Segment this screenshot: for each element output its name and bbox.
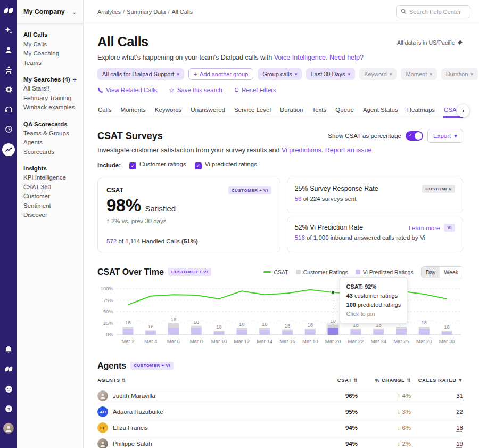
sidebar-item-winback-examples[interactable]: Winback examples <box>23 103 77 112</box>
csat-value-suffix: Satisfied <box>145 204 176 213</box>
sidebar-item-my-calls[interactable]: My Calls <box>23 40 77 50</box>
tab-duration[interactable]: Duration <box>279 103 303 118</box>
dialpad-logo-icon[interactable] <box>3 5 14 16</box>
surveys-link[interactable]: 56 <box>295 196 302 202</box>
keyword-filter[interactable]: Keyword▾ <box>359 68 397 80</box>
chart-title: CSAT Over Time <box>97 267 164 277</box>
breadcrumb-summary-data[interactable]: Summary Data <box>127 9 166 15</box>
help-search-input[interactable]: Search Help Center <box>396 5 470 18</box>
up-arrow-icon: ↑ <box>397 393 400 399</box>
breadcrumb-analytics[interactable]: Analytics <box>97 9 121 15</box>
sidebar-item-scorecards[interactable]: Scorecards <box>23 148 77 157</box>
table-row[interactable]: Judith Maravilla 96% ↑ 4% 31 <box>97 388 463 404</box>
ai-sparkles-icon[interactable] <box>3 25 14 36</box>
tab-texts[interactable]: Texts <box>311 103 327 118</box>
report-issue-link[interactable]: Report an issue <box>325 146 372 154</box>
sidebar-item-my-coaching-teams[interactable]: My Coaching Teams <box>23 49 77 68</box>
vi-predicted-ratings-checkbox[interactable]: ✓ <box>195 162 202 169</box>
date-range-filter[interactable]: Last 30 Days▾ <box>306 68 355 80</box>
chart-tooltip: CSAT: 92% 43 customer ratings 100 predic… <box>340 277 408 324</box>
vi-predicted-ratings-checkbox-label[interactable]: Vi predicted ratings <box>205 161 257 167</box>
add-group-button[interactable]: +Add another group <box>188 68 254 80</box>
col-change[interactable]: % CHANGE⇅ <box>358 377 411 383</box>
search-icon <box>401 9 407 14</box>
timezone-note: All data is in US/Pacific <box>397 39 463 46</box>
rated-calls-link[interactable]: 516 <box>295 234 305 241</box>
sidebar-item-all-calls[interactable]: All Calls <box>23 30 77 40</box>
tab-calls[interactable]: Calls <box>97 103 112 118</box>
export-button[interactable]: Export▾ <box>427 129 463 143</box>
agents-title: Agents <box>97 361 126 371</box>
csat-card-label: CSAT <box>106 186 123 194</box>
sidebar-item-all-stars[interactable]: All Stars!! <box>23 84 77 94</box>
table-row[interactable]: EFEliza Francis 94% ↓ 6% 18 <box>97 420 463 436</box>
notifications-bell-icon[interactable] <box>3 344 14 355</box>
tab-moments[interactable]: Moments <box>120 103 146 118</box>
chart-canvas[interactable]: 0%25%50%75%100%18Mar 218Mar 418Mar 618Ma… <box>97 283 463 347</box>
svg-text:Mar 24: Mar 24 <box>370 338 386 344</box>
duration-filter[interactable]: Duration▾ <box>441 68 478 80</box>
need-help-link[interactable]: Need help? <box>329 54 364 61</box>
tabs-scroll-right-button[interactable]: › <box>457 104 469 117</box>
learn-more-link[interactable]: Learn more <box>409 225 440 231</box>
feedback-smiley-icon[interactable] <box>3 384 14 394</box>
sidebar-item-discover[interactable]: Discover <box>23 210 77 220</box>
moment-filter[interactable]: Moment▾ <box>401 68 436 80</box>
user-avatar[interactable] <box>3 423 14 434</box>
customer-ratings-checkbox[interactable]: ✓ <box>129 162 136 169</box>
breadcrumb: Analytics/Summary Data/All Calls <box>97 9 193 15</box>
filter-group-chip[interactable]: All calls for Dialpad Support▾ <box>97 68 184 80</box>
pin-icon[interactable] <box>457 40 463 46</box>
tab-agent-status[interactable]: Agent Status <box>362 103 399 118</box>
day-button[interactable]: Day <box>422 267 440 278</box>
svg-text:Mar 12: Mar 12 <box>234 338 250 344</box>
csat-percentage-toggle[interactable]: ✓ <box>406 131 423 141</box>
page-title: All Calls <box>97 34 148 50</box>
tab-heatmaps[interactable]: Heatmaps <box>407 103 435 118</box>
include-label: Include: <box>97 162 121 168</box>
svg-text:Mar 6: Mar 6 <box>167 338 180 344</box>
customer-ratings-swatch <box>296 270 301 274</box>
history-icon[interactable] <box>3 124 14 134</box>
support-headset-icon[interactable] <box>3 104 14 115</box>
survey-response-rate-card: 25% Survey Response Rate CUSTOMER 56 of … <box>287 178 463 214</box>
voice-intelligence-link[interactable]: Voice Intelligence. <box>274 54 328 61</box>
group-calls-filter[interactable]: Group calls▾ <box>258 68 302 80</box>
csat-delta: ↑ 2% vs. prev 30 days <box>106 218 271 224</box>
filter-bar: All calls for Dialpad Support▾ +Add anot… <box>97 68 463 80</box>
tab-service-level[interactable]: Service Level <box>234 103 271 118</box>
company-switcher[interactable]: My Company ⌄ <box>17 0 83 24</box>
add-search-button[interactable]: + <box>72 76 77 84</box>
sidebar-item-csat-360[interactable]: CSAT 360 <box>23 183 77 192</box>
table-row[interactable]: AHAdaora Hazubuike 95% ↓ 3% 22 <box>97 404 463 420</box>
analytics-icon[interactable] <box>2 143 15 156</box>
settings-icon[interactable] <box>3 84 14 95</box>
tab-queue[interactable]: Queue <box>335 103 354 118</box>
table-row[interactable]: Philippe Salah 94% ↓ 2% 19 <box>97 436 463 448</box>
vi-prediction-rate-title: 52% Vi Prediction Rate <box>295 224 363 231</box>
help-icon[interactable]: ? <box>3 403 14 414</box>
coaching-icon[interactable] <box>3 64 14 75</box>
col-agents[interactable]: AGENTS⇅ <box>97 377 311 383</box>
sidebar-header-qa-scorecards: QA Scorecards <box>23 120 68 129</box>
sidebar-item-teams-groups[interactable]: Teams & Groups <box>23 129 77 139</box>
agent-name: Judith Maravilla <box>113 393 155 399</box>
sidebar-item-customer-sentiment[interactable]: Customer Sentiment <box>23 192 77 210</box>
save-search-link[interactable]: ☆ Save this search <box>169 86 222 94</box>
col-calls-rated[interactable]: CALLS RATED▼ <box>411 377 463 383</box>
tooltip-hint[interactable]: Click to pin <box>346 309 401 319</box>
tab-unanswered[interactable]: Unanswered <box>190 103 226 118</box>
contacts-icon[interactable] <box>3 45 14 55</box>
week-button[interactable]: Week <box>440 267 463 278</box>
tab-keywords[interactable]: Keywords <box>154 103 183 118</box>
sidebar-item-february-training[interactable]: February Training <box>23 94 77 103</box>
handled-calls-link[interactable]: 572 <box>106 238 117 245</box>
col-csat[interactable]: CSAT⇅ <box>311 377 358 383</box>
sidebar-item-agents[interactable]: Agents <box>23 138 77 148</box>
vi-predictions-link[interactable]: Vi predictions. <box>282 146 323 154</box>
reset-filters-link[interactable]: ↻ Reset Filters <box>234 86 276 94</box>
view-related-calls-link[interactable]: View Related Calls <box>97 86 157 94</box>
customer-ratings-checkbox-label[interactable]: Customer ratings <box>139 161 186 167</box>
sidebar-item-kpi-intelligence[interactable]: KPI Intelligence <box>23 173 77 183</box>
dialpad-app-icon[interactable] <box>3 364 14 374</box>
